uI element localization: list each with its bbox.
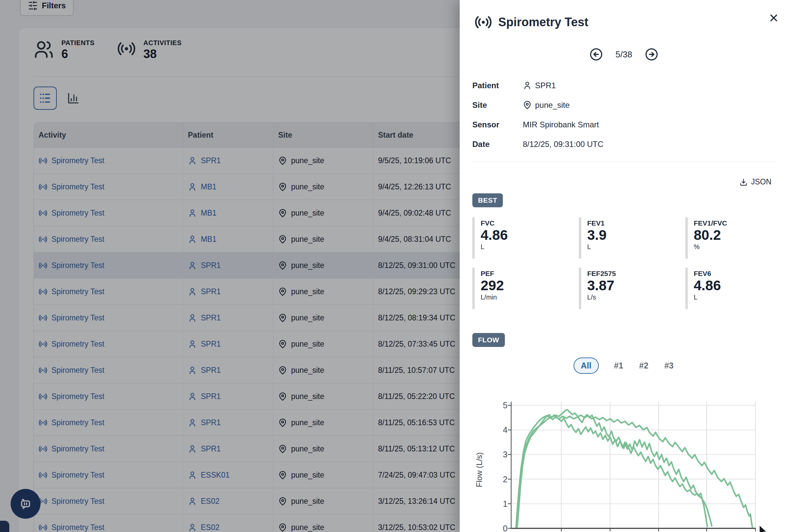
download-icon: [739, 178, 748, 187]
metric-label: PEF: [481, 270, 579, 278]
y-tick-label: 1: [490, 499, 508, 509]
metric-unit: %: [694, 243, 785, 251]
pin-icon: [523, 101, 532, 109]
metric-value: 80.2: [694, 227, 785, 243]
detail-fields: PatientSPR1Sitepune_siteSensorMIR Spirob…: [472, 76, 771, 154]
metric-unit: L: [587, 243, 686, 251]
metric-label: FVC: [481, 219, 579, 227]
trial-tab-3[interactable]: #3: [664, 358, 674, 373]
trial-tab-1[interactable]: #1: [613, 358, 624, 373]
metric-unit: L: [694, 293, 785, 301]
trial-tabs: All#1#2#3: [460, 357, 788, 374]
detail-label: Patient: [472, 81, 523, 90]
pager-count: 5/38: [615, 49, 632, 60]
panel-divider: [472, 162, 777, 162]
metric-card-pef: PEF292L/min: [472, 268, 579, 309]
download-json-button[interactable]: JSON: [737, 177, 773, 187]
trial-tab-2[interactable]: #2: [638, 358, 649, 373]
metric-unit: L: [481, 243, 579, 251]
metrics-grid: FVC4.86LFEV13.9LFEV1/FVC80.2%PEF292L/min…: [472, 217, 785, 309]
activity-radio-icon: [474, 13, 492, 31]
y-tick-label: 5: [490, 400, 508, 410]
mouse-cursor: [759, 525, 770, 532]
radio-icon: [474, 13, 492, 31]
metric-value: 3.87: [587, 278, 686, 293]
arrowLeftCircle-icon: [590, 48, 603, 61]
json-label: JSON: [751, 178, 771, 186]
download-icon: [739, 178, 748, 187]
detail-row-site: Sitepune_site: [472, 95, 771, 115]
metric-card-fvc: FVC4.86L: [472, 217, 579, 259]
metric-card-fev1: FEV13.9L: [579, 217, 686, 259]
close-icon[interactable]: [766, 11, 781, 25]
metric-label: FEV1: [587, 219, 686, 227]
detail-label: Sensor: [472, 120, 523, 129]
metric-unit: L/min: [481, 293, 579, 301]
chart-y-axis-label: Flow (L/s): [474, 420, 485, 519]
next-record-button[interactable]: [645, 48, 658, 61]
metric-card-fef2575: FEF25753.87L/s: [579, 268, 686, 309]
detail-value: MIR Spirobank Smart: [523, 120, 599, 129]
arrowRightCircle-icon: [645, 48, 658, 61]
detail-value: SPR1: [523, 81, 556, 90]
detail-row-sensor: SensorMIR Spirobank Smart: [472, 115, 771, 134]
metric-label: FEV1/FVC: [694, 219, 785, 227]
user-icon: [523, 81, 532, 90]
panel-title: Spirometry Test: [498, 15, 588, 29]
previous-record-button[interactable]: [590, 48, 603, 61]
flow-curve-trial-peak: [516, 410, 712, 527]
metric-label: FEF2575: [587, 270, 686, 278]
metric-card-fev1-fvc: FEV1/FVC80.2%: [686, 217, 785, 259]
metric-value: 292: [481, 278, 579, 293]
detail-value: 8/12/25, 09:31:00 UTC: [523, 140, 604, 149]
y-tick-label: 3: [490, 449, 508, 459]
app-root: Filters PATIENTS 6 ACTIVITIES 38 Activit…: [0, 0, 788, 532]
metric-value: 3.9: [587, 227, 686, 243]
close-icon: [768, 12, 780, 23]
flow-volume-chart: [511, 402, 757, 529]
y-tick-label: 0: [490, 524, 508, 532]
detail-label: Site: [472, 101, 523, 110]
best-section-badge: BEST: [472, 193, 503, 207]
detail-label: Date: [472, 140, 523, 149]
flow-curve-trial-long: [516, 415, 752, 527]
detail-value: pune_site: [523, 101, 570, 110]
metric-value: 4.86: [481, 227, 579, 243]
detail-row-date: Date8/12/25, 09:31:00 UTC: [472, 134, 771, 154]
spirometry-detail-panel: Spirometry Test 5/38 PatientSPR1Sitepune…: [460, 0, 788, 532]
metric-value: 4.86: [694, 278, 785, 293]
y-tick-label: 2: [490, 474, 508, 484]
detail-row-patient: PatientSPR1: [472, 76, 771, 95]
panel-title-row: Spirometry Test: [474, 13, 588, 31]
metric-unit: L/s: [587, 293, 686, 301]
flow-section-badge: FLOW: [472, 333, 505, 347]
record-pager: 5/38: [460, 48, 788, 61]
y-tick-label: 4: [490, 425, 508, 435]
trial-tab-all[interactable]: All: [574, 357, 599, 374]
metric-label: FEV6: [694, 270, 785, 278]
metric-card-fev6: FEV64.86L: [686, 268, 785, 309]
